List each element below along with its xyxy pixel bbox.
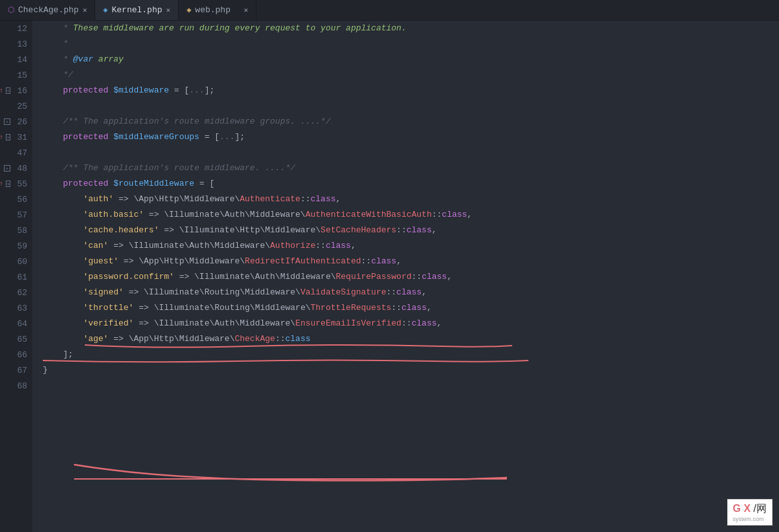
code-line-26: /** The application's route middleware g…: [43, 114, 779, 129]
code-line-67: }: [43, 362, 779, 378]
editor-wrapper: * These middleware are run during every …: [32, 21, 779, 532]
code-line-65: 'age' => \App\Http\Middleware\CheckAge::…: [43, 331, 779, 347]
line-13-gutter: 13: [0, 36, 32, 52]
code-line-58: 'cache.headers' => \Illuminate\Http\Midd…: [43, 223, 779, 238]
fold-67[interactable]: ▾: [4, 367, 10, 373]
up-arrow-31: ↑: [0, 134, 3, 141]
code-line-64: 'verified' => \Illuminate\Auth\Middlewar…: [43, 316, 779, 331]
code-line-56: 'auth' => \App\Http\Middleware\Authentic…: [43, 192, 779, 207]
tab-checkage[interactable]: ⬡ CheckAge.php ✕: [0, 0, 95, 20]
tab-web-label: web.php: [195, 5, 231, 15]
line-47-gutter: 47: [0, 145, 32, 161]
line-25-gutter: 25: [0, 98, 32, 114]
line-63-gutter: 63: [0, 300, 32, 316]
code-line-12: * These middleware are run during every …: [43, 21, 779, 36]
code-line-57: 'auth.basic' => \Illuminate\Auth\Middlew…: [43, 207, 779, 223]
code-line-60: 'guest' => \App\Http\Middleware\Redirect…: [43, 254, 779, 269]
line-58-gutter: 58: [0, 223, 32, 238]
line-61-gutter: 61: [0, 269, 32, 285]
code-line-55: protected $routeMiddleware = [: [43, 176, 779, 192]
up-arrow-55: ↑: [0, 181, 3, 188]
line-60-gutter: 60: [0, 254, 32, 269]
fold-16[interactable]: +: [6, 87, 10, 94]
code-line-25: [43, 98, 779, 114]
code-line-31: protected $middlewareGroups = [...];: [43, 129, 779, 145]
line-16-gutter: ↑ + 16: [0, 83, 32, 98]
tab-bar: ⬡ CheckAge.php ✕ ◈ Kernel.php ✕ ◈ web.ph…: [0, 0, 779, 21]
line-68-gutter: 68: [0, 378, 32, 393]
editor: 12 13 14 15 ↑ + 16 25 + 26 ↑: [0, 21, 779, 532]
tab-web-close[interactable]: ✕: [244, 6, 249, 14]
line-numbers-gutter: 12 13 14 15 ↑ + 16 25 + 26 ↑: [0, 21, 32, 532]
watermark: G X /网 system.com: [727, 499, 773, 526]
fold-48[interactable]: +: [4, 165, 10, 172]
code-line-15: */: [43, 67, 779, 83]
line-14-gutter: 14: [0, 52, 32, 67]
code-line-66: ];: [43, 347, 779, 362]
code-line-59: 'can' => \Illuminate\Auth\Middleware\Aut…: [43, 238, 779, 254]
line-12-gutter: 12: [0, 21, 32, 36]
red-underline-66: [43, 358, 535, 364]
fold-31[interactable]: +: [6, 134, 10, 140]
line-67-gutter: ▾ 67: [0, 362, 32, 378]
code-line-48: /** The application's route middleware. …: [43, 161, 779, 176]
code-line-63: 'throttle' => \Illuminate\Routing\Middle…: [43, 300, 779, 316]
line-55-gutter: ↑ ▾ 55: [0, 176, 32, 192]
code-line-16: protected $middleware = [...];: [43, 83, 779, 98]
code-area[interactable]: * These middleware are run during every …: [32, 21, 779, 393]
code-line-68: [43, 378, 779, 393]
code-line-13: *: [43, 36, 779, 52]
php-icon: ⬡: [8, 5, 14, 15]
kernel-icon: ◈: [103, 5, 107, 15]
web-icon: ◈: [186, 5, 191, 15]
line-64-gutter: 64: [0, 316, 32, 331]
up-arrow-16: ↑: [0, 87, 3, 94]
code-line-62: 'signed' => \Illuminate\Routing\Middlewa…: [43, 285, 779, 300]
tab-web[interactable]: ◈ web.php ✕: [179, 0, 256, 20]
code-line-14: * @var array: [43, 52, 779, 67]
fold-55[interactable]: ▾: [6, 181, 10, 187]
line-59-gutter: 59: [0, 238, 32, 254]
line-66-gutter: ▾ 66: [0, 347, 32, 362]
tab-checkage-label: CheckAge.php: [18, 5, 79, 15]
fold-26[interactable]: +: [4, 118, 10, 125]
code-line-47: [43, 145, 779, 161]
line-57-gutter: 57: [0, 207, 32, 223]
tab-kernel-label: Kernel.php: [111, 5, 162, 15]
line-15-gutter: 15: [0, 67, 32, 83]
line-31-gutter: ↑ + 31: [0, 129, 32, 145]
tab-kernel[interactable]: ◈ Kernel.php ✕: [95, 0, 179, 20]
code-line-61: 'password.confirm' => \Illuminate\Auth\M…: [43, 269, 779, 285]
fold-66[interactable]: ▾: [4, 351, 10, 358]
tab-checkage-close[interactable]: ✕: [83, 6, 87, 14]
tab-kernel-close[interactable]: ✕: [166, 6, 171, 14]
line-56-gutter: 56: [0, 192, 32, 207]
line-48-gutter: + 48: [0, 161, 32, 176]
line-65-gutter: 65: [0, 331, 32, 347]
line-62-gutter: 62: [0, 285, 32, 300]
line-26-gutter: + 26: [0, 114, 32, 129]
